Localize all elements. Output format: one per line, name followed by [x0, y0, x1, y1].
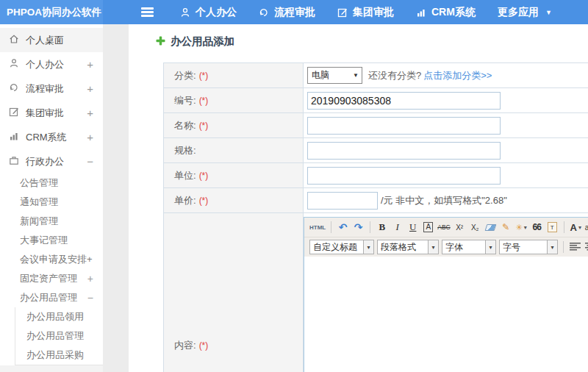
category-select[interactable]: 电脑 ▼ — [307, 67, 362, 84]
top-nav: 个人办公 流程审批 集团审批 CRM系统 更多应用 ▼ — [180, 6, 552, 19]
sidebar: 个人桌面 个人办公 + 流程审批 + 集团审批 + CRM系统 + 行政办公 −… — [0, 24, 103, 372]
app-logo: PHPOA协同办公软件 — [0, 0, 103, 24]
expand-plus-icon[interactable]: + — [87, 82, 93, 95]
subscript-button[interactable]: X₂ — [469, 220, 481, 235]
main-content: 办公用品添加 分类: (*) 电脑 ▼ 还没有分类? 点击添加分类>> 编号: … — [129, 24, 588, 372]
font-size-select[interactable]: 字号 ▾ — [499, 240, 558, 254]
edit-icon — [9, 107, 19, 119]
top-bar: PHPOA协同办公软件 个人办公 流程审批 集团审批 CRM系统 更多应用 ▼ — [0, 0, 588, 24]
auto-format-button[interactable]: ✳▾ — [515, 220, 528, 235]
sidebar-item-supplies-requisition[interactable]: 办公用品领用 — [15, 307, 103, 326]
sidebar-item-workflow-approval[interactable]: 流程审批 + — [0, 76, 103, 101]
custom-title-select[interactable]: 自定义标题 ▾ — [309, 240, 374, 254]
align-left-icon[interactable] — [570, 242, 581, 253]
expand-plus-icon[interactable]: + — [87, 131, 93, 143]
unit-input[interactable] — [307, 167, 501, 185]
add-icon — [156, 35, 165, 49]
sidebar-subsubmenu: 办公用品领用 办公用品管理 办公用品采购 — [15, 307, 103, 365]
flow-icon — [9, 82, 19, 95]
paste-text-icon[interactable]: T — [546, 220, 559, 235]
form-row-spec: 规格: — [164, 138, 588, 163]
add-category-link[interactable]: 点击添加分类>> — [423, 69, 492, 82]
chart-icon — [9, 131, 19, 143]
form-row-content: 内容: (*) HTML ↶ ↷ B I U A ABC — [164, 213, 588, 372]
sidebar-item-personal-desktop[interactable]: 个人桌面 — [0, 28, 103, 52]
sidebar-submenu: 公告管理 通知管理 新闻管理 大事记管理 会议申请及安排+ 固定资产管理+ 办公… — [0, 174, 103, 307]
field-label: 单价: (*) — [164, 188, 304, 212]
undo-icon[interactable]: ↶ — [337, 220, 349, 235]
expand-plus-icon[interactable]: + — [87, 273, 93, 285]
underline-button[interactable]: U — [406, 220, 419, 235]
nav-item-group-approval[interactable]: 集团审批 — [337, 6, 394, 19]
italic-button[interactable]: I — [391, 220, 404, 235]
menu-icon[interactable] — [141, 6, 154, 19]
collapse-minus-icon[interactable]: − — [87, 292, 93, 304]
supply-add-form: 分类: (*) 电脑 ▼ 还没有分类? 点击添加分类>> 编号: (*) — [163, 62, 588, 372]
eraser-icon[interactable] — [484, 220, 497, 235]
sidebar-item-crm[interactable]: CRM系统 + — [0, 125, 103, 149]
border-text-button[interactable]: A — [422, 220, 434, 235]
sidebar-item-personal-office[interactable]: 个人办公 + — [0, 52, 103, 76]
caret-down-icon: ▾ — [524, 224, 527, 231]
blockquote-button[interactable]: 66 — [531, 220, 543, 235]
expand-plus-icon[interactable]: + — [87, 58, 93, 71]
form-row-code: 编号: (*) — [164, 88, 588, 113]
select-caret-icon: ▾ — [363, 240, 373, 254]
nav-item-workflow-approval[interactable]: 流程审批 — [259, 6, 315, 19]
field-label: 编号: (*) — [164, 88, 304, 112]
format-brush-icon[interactable]: ✎ — [500, 220, 512, 235]
strikethrough-button[interactable]: ABC — [437, 220, 450, 235]
code-input[interactable] — [307, 92, 501, 110]
sidebar-item-admin-office[interactable]: 行政办公 − — [0, 149, 103, 174]
chart-icon — [416, 7, 426, 18]
editor-content-area[interactable] — [304, 257, 588, 372]
sidebar-item-events-mgmt[interactable]: 大事记管理 — [0, 231, 103, 250]
nav-item-more-apps[interactable]: 更多应用 ▼ — [498, 6, 552, 19]
superscript-button[interactable]: X² — [453, 220, 466, 235]
editor-toolbar-row1: HTML ↶ ↷ B I U A ABC X² X₂ ✎ — [304, 218, 588, 237]
nav-item-personal-office[interactable]: 个人办公 — [180, 6, 237, 19]
sidebar-item-meeting-mgmt[interactable]: 会议申请及安排+ — [0, 250, 103, 269]
sidebar-item-announcement-mgmt[interactable]: 公告管理 — [0, 174, 103, 193]
person-icon — [180, 7, 190, 18]
field-label: 分类: (*) — [164, 63, 304, 87]
highlight-color-button[interactable]: ab✎▾ — [585, 220, 588, 235]
redo-icon[interactable]: ↷ — [352, 220, 365, 235]
collapse-minus-icon[interactable]: − — [87, 155, 93, 168]
expand-plus-icon[interactable]: + — [87, 107, 93, 119]
sidebar-item-notice-mgmt[interactable]: 通知管理 — [0, 193, 103, 212]
align-center-icon[interactable] — [585, 242, 588, 253]
select-caret-icon: ▾ — [485, 240, 495, 254]
html-source-button[interactable]: HTML — [309, 220, 326, 235]
no-category-hint: 还没有分类? — [368, 69, 421, 82]
field-label: 规格: — [164, 138, 304, 162]
required-marker: (*) — [199, 340, 209, 351]
select-caret-icon: ▾ — [428, 240, 438, 254]
sidebar-item-news-mgmt[interactable]: 新闻管理 — [0, 212, 103, 231]
form-row-unit: 单位: (*) — [164, 163, 588, 188]
sidebar-item-fixed-assets-mgmt[interactable]: 固定资产管理+ — [0, 269, 103, 288]
page-title-row: 办公用品添加 — [156, 35, 234, 49]
name-input[interactable] — [307, 117, 501, 135]
required-marker: (*) — [199, 96, 209, 106]
form-row-price: 单价: (*) /元 非中文，如填写格式"2.68" — [164, 188, 588, 213]
font-color-button[interactable]: A▾ — [570, 220, 582, 235]
field-label: 单位: (*) — [164, 163, 304, 187]
sidebar-item-group-approval[interactable]: 集团审批 + — [0, 101, 103, 125]
sidebar-item-supplies-purchase[interactable]: 办公用品采购 — [15, 346, 103, 365]
font-family-select[interactable]: 字体 ▾ — [442, 240, 496, 254]
select-caret-icon: ▼ — [353, 72, 359, 79]
price-input[interactable] — [307, 192, 378, 210]
sidebar-item-office-supplies-mgmt[interactable]: 办公用品管理− — [0, 288, 103, 307]
editor-toolbar-row2: 自定义标题 ▾ 段落格式 ▾ 字体 ▾ 字号 ▾ — [304, 237, 588, 257]
price-format-hint: /元 非中文，如填写格式"2.68" — [381, 194, 507, 207]
person-icon — [9, 58, 19, 71]
edit-icon — [337, 7, 348, 18]
bold-button[interactable]: B — [376, 220, 388, 235]
spec-input[interactable] — [307, 142, 501, 160]
nav-item-crm[interactable]: CRM系统 — [416, 6, 476, 19]
sidebar-item-supplies-management[interactable]: 办公用品管理 — [15, 326, 103, 346]
flow-icon — [259, 7, 269, 18]
paragraph-format-select[interactable]: 段落格式 ▾ — [377, 240, 439, 254]
home-icon — [9, 34, 19, 46]
